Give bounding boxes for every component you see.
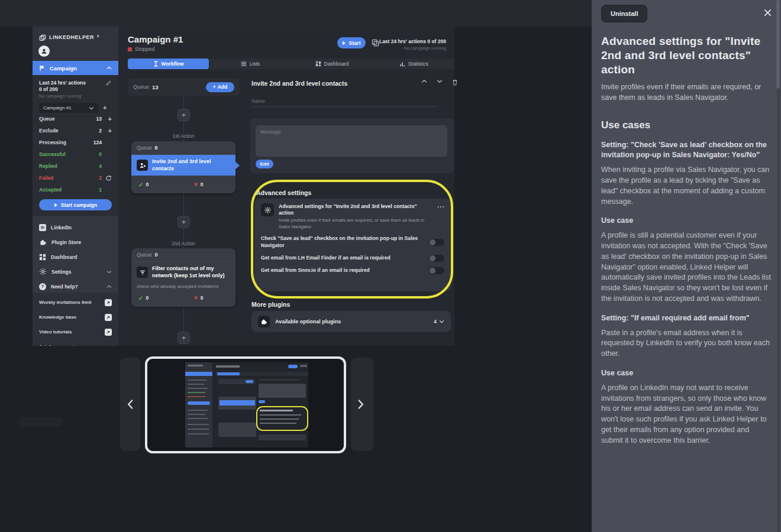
stat-row-queue: Queue 13 + bbox=[39, 113, 112, 125]
advanced-settings-heading: Advanced settings bbox=[256, 189, 311, 196]
carousel-thumbnail[interactable] bbox=[145, 356, 346, 453]
advanced-card-subtitle: Invite profiles even if their emails are… bbox=[279, 218, 433, 230]
campaign-running-status: No campaign running bbox=[39, 93, 105, 99]
chevron-up-icon bbox=[106, 285, 112, 288]
campaign-select[interactable]: Campaign #1 bbox=[39, 103, 98, 113]
workflow-node-invite[interactable]: Queue 6 Invite 2nd and 3rd level contact… bbox=[131, 141, 235, 193]
tab-lists[interactable]: Lists bbox=[209, 59, 291, 69]
chevron-right-icon[interactable] bbox=[354, 392, 367, 416]
scrollbar[interactable] bbox=[777, 0, 780, 532]
available-plugins-row[interactable]: Available optional plugins 4 bbox=[251, 311, 451, 332]
advanced-card-title: Advanced settings for "Invite 2nd and 3r… bbox=[279, 203, 433, 216]
message-input[interactable] bbox=[256, 125, 447, 157]
toggle-save-as-lead[interactable] bbox=[429, 239, 444, 246]
top-strip bbox=[0, 0, 592, 27]
edit-button[interactable]: Edit bbox=[256, 160, 273, 168]
add-to-queue-button[interactable]: + bbox=[108, 116, 112, 122]
insert-action-button[interactable]: + bbox=[178, 332, 190, 344]
help-intro: Invite profiles even if their emails are… bbox=[601, 82, 773, 103]
tab-workflow[interactable]: Workflow bbox=[128, 59, 209, 69]
external-link-icon bbox=[105, 299, 112, 306]
tab-statistics[interactable]: Statistics bbox=[373, 59, 454, 69]
advanced-settings-card: Advanced settings for "Invite 2nd and 3r… bbox=[254, 199, 451, 291]
stat-row-exclude: Exclude 2 + bbox=[39, 125, 112, 137]
workflow-node-filter[interactable]: Queue 0 Filter contacts out of my networ… bbox=[131, 248, 235, 307]
name-input[interactable] bbox=[251, 95, 438, 107]
help-link-weekly-invitations-limit[interactable]: Weekly invitations limit bbox=[39, 295, 112, 310]
list-icon bbox=[241, 61, 247, 67]
question-icon: ? bbox=[39, 283, 46, 290]
puzzle-icon bbox=[39, 238, 47, 246]
actions-limit-line1: Last 24 hrs' actions bbox=[39, 80, 105, 86]
play-icon bbox=[54, 203, 58, 207]
move-up-icon[interactable] bbox=[421, 79, 427, 86]
sidebar-help-links: Weekly invitations limit Knowledge base … bbox=[33, 293, 118, 346]
section-heading: Setting: "If email required add email fr… bbox=[601, 313, 773, 324]
campaign-status: Stopped bbox=[128, 46, 155, 52]
campaign-running-status: No campaign running bbox=[379, 46, 446, 51]
bar-chart-icon bbox=[399, 61, 405, 67]
help-panel: Uninstall Advanced settings for "Invite … bbox=[592, 0, 781, 532]
gear-icon bbox=[39, 268, 47, 275]
chevron-left-icon[interactable] bbox=[124, 392, 137, 416]
toggle-snov-io[interactable] bbox=[429, 267, 444, 274]
actions-counter: Last 24 hrs' actions 0 of 200 bbox=[379, 38, 446, 44]
copy-icon[interactable] bbox=[372, 39, 379, 47]
app-logo: LINKEDHELPER2 bbox=[39, 34, 99, 41]
help-link-knowledge-base[interactable]: Knowledge base bbox=[39, 310, 112, 325]
tab-bar: Workflow Lists Dashboard Statistics bbox=[128, 59, 454, 69]
help-link-ask-for-support[interactable]: Ask for support bbox=[39, 339, 112, 346]
external-link-icon bbox=[105, 329, 112, 336]
start-button[interactable]: Start bbox=[337, 37, 366, 48]
avatar-icon[interactable] bbox=[38, 46, 50, 57]
use-cases-heading: Use cases bbox=[601, 119, 773, 131]
sidebar-item-campaign[interactable]: Campaign bbox=[33, 61, 118, 75]
chevron-down-icon bbox=[89, 106, 94, 110]
uninstall-button[interactable]: Uninstall bbox=[601, 5, 647, 22]
insert-action-button[interactable]: + bbox=[178, 216, 190, 228]
section-body: A profile is still a potential customer … bbox=[601, 231, 773, 304]
insert-action-button[interactable]: + bbox=[178, 109, 190, 121]
pencil-icon[interactable] bbox=[105, 80, 112, 99]
external-link-icon bbox=[105, 314, 112, 321]
sidebar-item-settings[interactable]: Settings bbox=[39, 264, 112, 279]
gear-icon bbox=[261, 203, 274, 216]
add-to-exclude-button[interactable]: + bbox=[108, 128, 112, 134]
start-campaign-button[interactable]: Start campaign bbox=[39, 199, 112, 210]
refresh-icon[interactable] bbox=[105, 175, 112, 181]
tab-dashboard[interactable]: Dashboard bbox=[292, 59, 373, 69]
close-icon[interactable] bbox=[763, 8, 772, 17]
more-options-icon[interactable] bbox=[437, 203, 444, 230]
scrollbar-thumb[interactable] bbox=[776, 0, 780, 89]
screen: LINKEDHELPER2 Campaign Last 24 hrs' acti… bbox=[0, 0, 781, 532]
invite-person-icon bbox=[137, 160, 148, 171]
stat-row-accepted: Accepted 1 bbox=[39, 184, 112, 196]
help-link-video-tutorials[interactable]: Video tutorials bbox=[39, 325, 112, 339]
actions-limit-line2: 0 of 200 bbox=[39, 86, 105, 93]
sidebar-item-dashboard[interactable]: Dashboard bbox=[39, 249, 112, 264]
sidebar-nav-section: in LinkedIn Plugin Store Dashboard Sett bbox=[33, 216, 118, 293]
chevron-up-icon bbox=[106, 66, 112, 70]
sidebar-campaign-label: Campaign bbox=[50, 65, 77, 72]
stat-row-successful: Successful 0 bbox=[39, 148, 112, 160]
brand-sup: 2 bbox=[97, 34, 99, 38]
move-down-icon[interactable] bbox=[437, 79, 443, 86]
workflow-icon bbox=[153, 61, 159, 67]
node-invite-selected[interactable]: Invite 2nd and 3rd level contacts bbox=[131, 155, 235, 176]
chevron-down-icon bbox=[439, 320, 444, 323]
add-campaign-button[interactable]: + bbox=[103, 105, 106, 111]
cross-icon: ✕ bbox=[193, 181, 198, 187]
node-note: check who already accepted invitations bbox=[131, 283, 235, 289]
sidebar-item-need-help[interactable]: ? Need help? bbox=[39, 279, 112, 294]
chevron-down-icon bbox=[106, 270, 112, 274]
add-button[interactable]: + Add bbox=[206, 82, 234, 92]
toggle-lh-email-finder[interactable] bbox=[429, 255, 444, 262]
sidebar-item-linkedin[interactable]: in LinkedIn bbox=[39, 220, 112, 235]
sidebar-stats-section: Last 24 hrs' actions 0 of 200 No campaig… bbox=[33, 75, 118, 216]
page-title: Campaign #1 bbox=[128, 34, 183, 44]
section-heading: Use case bbox=[601, 368, 773, 379]
grid-icon bbox=[39, 254, 46, 261]
sidebar-item-plugin-store[interactable]: Plugin Store bbox=[39, 235, 112, 249]
trash-icon[interactable] bbox=[452, 79, 458, 86]
linkedin-icon: in bbox=[39, 224, 46, 231]
